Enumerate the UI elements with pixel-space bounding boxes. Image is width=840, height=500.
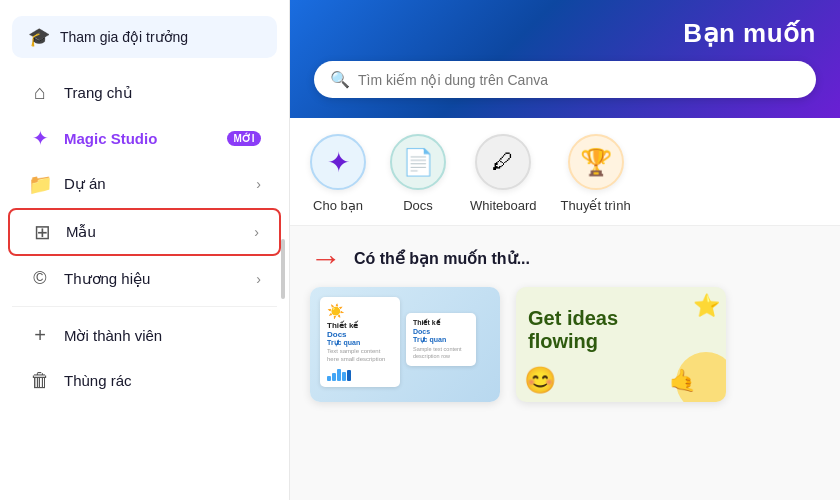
chevron-right-icon: › [256, 176, 261, 192]
card2-desc: Sample text content description row [413, 346, 469, 360]
sidebar-item-magic-studio[interactable]: ✦ Magic Studio MỚI [8, 116, 281, 160]
sidebar-label-du-an: Dự án [64, 175, 244, 193]
whiteboard-label: Whiteboard [470, 198, 536, 213]
sidebar-label-moi-thanh-vien: Mời thành viên [64, 327, 261, 345]
chevron-right-icon-mau: › [254, 224, 259, 240]
quick-action-cho-ban[interactable]: ✦ Cho bạn [310, 134, 366, 213]
sidebar-item-trang-chu[interactable]: ⌂ Trang chủ [8, 71, 281, 114]
template-card-thiet-ke[interactable]: ☀️ Thiết kế Docs Trực quan Text sample c… [310, 287, 500, 402]
join-team-label: Tham gia đội trưởng [60, 29, 188, 45]
wave-icon: 🤙 [669, 368, 696, 394]
docs-icon: 📄 [402, 147, 434, 178]
smiley-icon: 😊 [524, 365, 556, 396]
sidebar-item-moi-thanh-vien[interactable]: + Mời thành viên [8, 314, 281, 357]
sidebar-item-du-an[interactable]: 📁 Dự án › [8, 162, 281, 206]
quick-action-thuyet-trinh[interactable]: 🏆 Thuyết trình [560, 134, 630, 213]
sparkle-icon: ✦ [327, 146, 350, 179]
bar5 [347, 370, 351, 381]
home-icon: ⌂ [28, 81, 52, 104]
card2-subtitle-text: Docs [413, 328, 469, 335]
template-cards-row: ☀️ Thiết kế Docs Trực quan Text sample c… [290, 287, 840, 418]
card-stack: ☀️ Thiết kế Docs Trực quan Text sample c… [320, 297, 490, 387]
whiteboard-icon: 🖊 [492, 149, 514, 175]
add-icon: + [28, 324, 52, 347]
section-title-row: ← Có thể bạn muốn thử... [290, 226, 840, 287]
section-title-text: C [354, 250, 366, 267]
sidebar-label-magic-studio: Magic Studio [64, 130, 215, 147]
sidebar-item-thuong-hieu[interactable]: © Thương hiệu › [8, 258, 281, 299]
search-icon: 🔍 [330, 70, 350, 89]
header-title: Bạn muốn [314, 18, 816, 49]
bar1 [327, 376, 331, 381]
sidebar-label-thung-rac: Thùng rác [64, 372, 261, 389]
get-ideas-title: Get ideasflowing [528, 307, 618, 353]
template-card-get-ideas[interactable]: ⭐ 😊 Get ideasflowing 🤙 [516, 287, 726, 402]
sidebar-item-mau[interactable]: ⊞ Mẫu › [8, 208, 281, 256]
divider [12, 306, 277, 307]
whiteboard-circle: 🖊 [475, 134, 531, 190]
quick-action-docs[interactable]: 📄 Docs [390, 134, 446, 213]
card-desc: Text sample content here small descripti… [327, 347, 393, 364]
bar3 [337, 369, 341, 381]
graduation-icon: 🎓 [28, 26, 50, 48]
main-header: Bạn muốn 🔍 [290, 0, 840, 118]
mini-chart [327, 367, 393, 381]
sidebar-item-thung-rac[interactable]: 🗑 Thùng rác [8, 359, 281, 402]
quick-action-whiteboard[interactable]: 🖊 Whiteboard [470, 134, 536, 213]
thuyet-trinh-label: Thuyết trình [560, 198, 630, 213]
red-arrow-icon: ← [310, 240, 342, 277]
bar2 [332, 373, 336, 381]
section-heading: Có thể bạn muốn thử... [354, 249, 530, 268]
card-title-text: Thiết kế [327, 321, 393, 330]
docs-circle: 📄 [390, 134, 446, 190]
section-title-rest: ó thể bạn muốn thử... [366, 250, 530, 267]
card-subtitle-text: Docs [327, 330, 393, 339]
brand-icon: © [28, 268, 52, 289]
template-icon: ⊞ [30, 220, 54, 244]
sidebar-label-mau: Mẫu [66, 223, 242, 241]
card-preview-main: ☀️ Thiết kế Docs Trực quan Text sample c… [320, 297, 400, 387]
search-bar[interactable]: 🔍 [314, 61, 816, 98]
sidebar-nav: ⌂ Trang chủ ✦ Magic Studio MỚI 📁 Dự án ›… [0, 70, 289, 492]
scrollbar[interactable] [281, 239, 285, 299]
sidebar-label-trang-chu: Trang chủ [64, 84, 261, 102]
card2-title-text: Thiết kế [413, 319, 469, 327]
sidebar-label-thuong-hieu: Thương hiệu [64, 270, 244, 288]
cho-ban-label: Cho bạn [313, 198, 363, 213]
cho-ban-circle: ✦ [310, 134, 366, 190]
card-preview-secondary: Thiết kế Docs Trực quan Sample text cont… [406, 313, 476, 366]
presentation-icon: 🏆 [580, 147, 612, 178]
sidebar: 🎓 Tham gia đội trưởng ⌂ Trang chủ ✦ Magi… [0, 0, 290, 500]
docs-label: Docs [403, 198, 433, 213]
main-content: Bạn muốn 🔍 ✦ Cho bạn 📄 Docs 🖊 Whiteboard [290, 0, 840, 500]
trash-icon: 🗑 [28, 369, 52, 392]
chevron-right-icon-thuong: › [256, 271, 261, 287]
sun-icon: ☀️ [327, 303, 393, 319]
thuyet-trinh-circle: 🏆 [568, 134, 624, 190]
quick-actions-row: ✦ Cho bạn 📄 Docs 🖊 Whiteboard 🏆 Thuyết t… [290, 118, 840, 226]
card-truc-quan: Trực quan [327, 339, 393, 347]
search-input[interactable] [358, 72, 800, 88]
card2-truc-quan: Trực quan [413, 336, 469, 344]
folder-icon: 📁 [28, 172, 52, 196]
join-team-button[interactable]: 🎓 Tham gia đội trưởng [12, 16, 277, 58]
bar4 [342, 372, 346, 381]
magic-badge: MỚI [227, 131, 261, 146]
magic-icon: ✦ [28, 126, 52, 150]
star-badge-icon: ⭐ [693, 293, 720, 319]
